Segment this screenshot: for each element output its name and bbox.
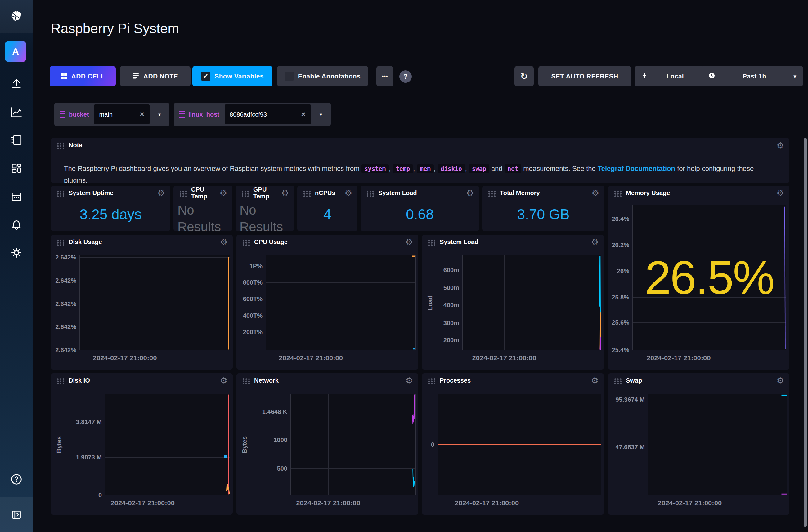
checkmark-icon: ✓ xyxy=(203,72,209,80)
plot-area[interactable]: 3.8147 M 1.9073 M 0 2024-02-17 21:00:00 xyxy=(105,394,230,495)
y-axis-name: Load xyxy=(427,296,434,310)
drag-handle-icon[interactable] xyxy=(242,239,250,246)
variable-bucket-caret[interactable]: ▾ xyxy=(150,103,169,126)
gear-icon[interactable]: ⚙ xyxy=(777,377,784,385)
y-axis-name: Bytes xyxy=(56,436,63,453)
clear-icon[interactable]: ✕ xyxy=(139,111,145,118)
show-variables-toggle[interactable]: ✓ Show Variables xyxy=(192,66,272,87)
refresh-icon: ↻ xyxy=(520,71,528,81)
y-tick: 0 xyxy=(431,441,435,448)
y-tick: 2.642% xyxy=(55,277,76,284)
plot-area[interactable]: 2.642% 2.642% 2.642% 2.642% 2.642% 2024-… xyxy=(79,255,230,350)
pin-icon xyxy=(641,72,647,81)
drag-handle-icon[interactable] xyxy=(302,190,311,196)
gear-icon[interactable]: ⚙ xyxy=(777,189,784,197)
calendar-icon xyxy=(10,190,23,203)
gear-icon[interactable]: ⚙ xyxy=(591,238,599,246)
gear-icon[interactable]: ⚙ xyxy=(406,377,413,385)
sidebar-item-help[interactable] xyxy=(0,471,33,487)
sidebar-expand-toggle[interactable] xyxy=(0,497,33,532)
system-load-series xyxy=(463,255,601,350)
variable-name: linux_host xyxy=(188,111,219,118)
more-options-button[interactable]: ••• xyxy=(377,66,393,87)
influxdb-logo-icon xyxy=(9,9,23,23)
refresh-button[interactable]: ↻ xyxy=(514,66,534,87)
sidebar-item-data-explorer[interactable] xyxy=(0,104,33,120)
plot-area[interactable]: 1.4648 K 1000 500 2024-02-17 21:00:00 xyxy=(290,394,416,495)
measurement-chip: mem xyxy=(417,164,434,173)
plot-area[interactable]: 95.3674 M 47.6837 M 2024-02-17 21:00:00 xyxy=(648,394,787,495)
measurement-chip: temp xyxy=(393,164,413,173)
gear-icon[interactable]: ⚙ xyxy=(777,141,784,150)
add-cell-button[interactable]: ADD CELL xyxy=(50,66,116,87)
org-avatar[interactable]: A xyxy=(5,41,26,62)
help-button[interactable]: ? xyxy=(399,70,412,83)
y-tick: 25.4% xyxy=(611,347,629,354)
drag-handle-icon[interactable] xyxy=(427,378,436,384)
variable-linux-host-value[interactable]: 8086adfccf93 ✕ xyxy=(225,104,311,124)
drag-handle-icon[interactable] xyxy=(179,190,187,196)
clear-icon[interactable]: ✕ xyxy=(301,111,306,118)
variable-linux-host-label[interactable]: linux_host xyxy=(174,103,225,126)
variable-linux-host-caret[interactable]: ▾ xyxy=(311,103,331,126)
sidebar-logo[interactable] xyxy=(0,0,33,33)
y-tick: 47.6837 M xyxy=(615,444,645,451)
drag-handle-icon[interactable] xyxy=(241,190,249,196)
drag-handle-icon[interactable] xyxy=(613,190,622,196)
plot-area[interactable]: 0 2024-02-17 21:00:00 xyxy=(438,394,601,495)
measurement-chip: diskio xyxy=(438,164,465,173)
enable-annotations-checkbox[interactable] xyxy=(284,72,294,81)
timezone-dropdown[interactable]: Local ▾ xyxy=(635,66,712,87)
y-tick: 26.4% xyxy=(611,215,629,223)
time-range-dropdown[interactable]: Past 1h ▾ xyxy=(702,66,803,87)
drag-handle-icon[interactable] xyxy=(427,239,436,246)
y-tick: 95.3674 M xyxy=(615,396,645,403)
network-series xyxy=(291,394,416,495)
plot-area[interactable]: 600m 500m 400m 300m 200m 2024-02-17 21:0… xyxy=(462,255,601,350)
note-text: The Raspberry Pi dashboard gives you an … xyxy=(64,163,777,183)
drag-handle-icon[interactable] xyxy=(613,378,622,384)
drag-handle-icon[interactable] xyxy=(366,190,374,196)
drag-handle-icon[interactable] xyxy=(56,378,65,384)
sidebar-item-dashboards[interactable] xyxy=(0,160,33,176)
sidebar-item-settings[interactable] xyxy=(0,245,33,261)
separator: , xyxy=(413,165,415,172)
gear-icon[interactable]: ⚙ xyxy=(406,238,413,246)
variable-bucket-label[interactable]: bucket xyxy=(54,103,94,126)
drag-handle-icon[interactable] xyxy=(56,190,65,196)
disk-usage-series xyxy=(80,255,230,350)
set-auto-refresh-button[interactable]: SET AUTO REFRESH xyxy=(538,66,631,87)
show-variables-checkbox[interactable]: ✓ xyxy=(201,72,210,81)
plot-area[interactable]: 26.4% 26.2% 26% 25.8% 25.6% 25.4% 26.5% … xyxy=(632,205,786,350)
drag-handle-icon[interactable] xyxy=(488,190,496,196)
panel-title: System Load xyxy=(378,190,417,196)
gear-icon[interactable]: ⚙ xyxy=(158,189,165,197)
y-tick: 26% xyxy=(617,268,629,275)
add-note-button[interactable]: ADD NOTE xyxy=(120,66,190,87)
gear-icon[interactable]: ⚙ xyxy=(220,377,227,385)
y-tick: 26.2% xyxy=(611,242,629,249)
drag-handle-icon[interactable] xyxy=(56,142,65,149)
enable-annotations-toggle[interactable]: Enable Annotations xyxy=(277,66,368,87)
plot-area[interactable]: 1P% 800T% 600T% 400T% 200T% 2024-02-17 2… xyxy=(265,255,416,350)
gear-icon[interactable]: ⚙ xyxy=(345,189,352,197)
telegraf-documentation-link[interactable]: Telegraf Documentation xyxy=(598,165,675,172)
gear-icon[interactable]: ⚙ xyxy=(591,377,599,385)
variable-name: bucket xyxy=(69,111,89,118)
gear-icon[interactable]: ⚙ xyxy=(281,189,289,197)
drag-handle-icon[interactable] xyxy=(56,239,65,246)
expand-sidebar-icon xyxy=(10,508,23,521)
gear-icon[interactable]: ⚙ xyxy=(466,189,474,197)
gear-icon[interactable]: ⚙ xyxy=(220,238,227,246)
sidebar-item-upload[interactable] xyxy=(0,75,33,92)
y-tick: 600T% xyxy=(243,296,262,303)
sidebar-item-notebooks[interactable] xyxy=(0,132,33,148)
sidebar-item-alerts[interactable] xyxy=(0,217,33,233)
gear-icon[interactable]: ⚙ xyxy=(592,189,599,197)
variable-bucket-value[interactable]: main ✕ xyxy=(94,104,150,124)
sidebar-item-tasks[interactable] xyxy=(0,189,33,205)
gear-icon[interactable]: ⚙ xyxy=(220,189,227,197)
vertical-scrollbar[interactable] xyxy=(804,138,807,527)
separator: , xyxy=(389,165,391,172)
drag-handle-icon[interactable] xyxy=(242,378,250,384)
